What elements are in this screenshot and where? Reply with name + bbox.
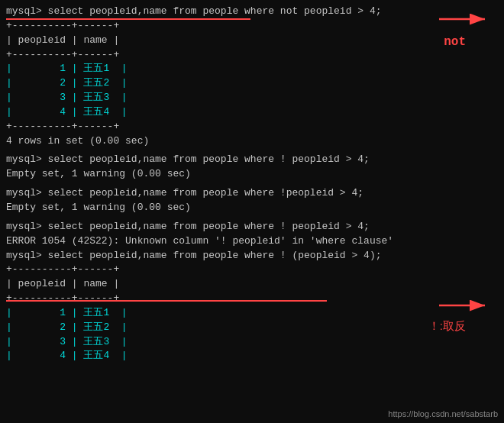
arrow-not <box>435 8 496 34</box>
t2-row2: | 2 | 王五2 | <box>6 321 498 335</box>
result1: 4 rows in set (0.00 sec) <box>6 134 498 149</box>
cmd3-line: mysql> select peopleid,name from people … <box>6 186 498 201</box>
t2-row1: | 1 | 王五1 | <box>6 306 498 321</box>
cmd1-line: mysql> select peopleid,name from people … <box>6 5 498 19</box>
underline-not <box>6 18 250 20</box>
arrow-qufan <box>435 294 496 320</box>
result3: Empty set, 1 warning (0.00 sec) <box>6 201 498 215</box>
underline-qufan <box>6 300 327 302</box>
t1-row1: | 1 | 王五1 | <box>6 62 498 76</box>
t2-border1: +----------+------+ <box>6 263 498 277</box>
cmd2-line: mysql> select peopleid,name from people … <box>6 153 498 167</box>
t2-border2: +----------+------+ <box>6 292 498 306</box>
result2: Empty set, 1 warning (0.00 sec) <box>6 167 498 182</box>
t1-row2: | 2 | 王五2 | <box>6 76 498 91</box>
cmd5-line: mysql> select peopleid,name from people … <box>6 249 498 263</box>
t1-border1: +----------+------+ <box>6 19 498 34</box>
t1-border3: +----------+------+ <box>6 120 498 134</box>
t1-row4: | 4 | 王五4 | <box>6 105 498 120</box>
terminal: not mysql> select peopleid,name from peo… <box>0 0 504 423</box>
t2-row3: | 3 | 王五3 | <box>6 335 498 350</box>
t2-header: | peopleid | name | <box>6 277 498 292</box>
cmd4-line: mysql> select peopleid,name from people … <box>6 220 498 234</box>
t2-row4: | 4 | 王五4 | <box>6 349 498 363</box>
t1-header: | peopleid | name | <box>6 34 498 48</box>
website-link: https://blog.csdn.net/sabstarb <box>388 409 498 418</box>
terminal-content: mysql> select peopleid,name from people … <box>6 5 498 363</box>
annotation-not: not <box>444 35 466 49</box>
error1-line: ERROR 1054 (42S22): Unknown column '! pe… <box>6 234 498 249</box>
t1-row3: | 3 | 王五3 | <box>6 91 498 105</box>
annotation-qufan: ！:取反 <box>428 319 466 334</box>
t1-border2: +----------+------+ <box>6 48 498 63</box>
